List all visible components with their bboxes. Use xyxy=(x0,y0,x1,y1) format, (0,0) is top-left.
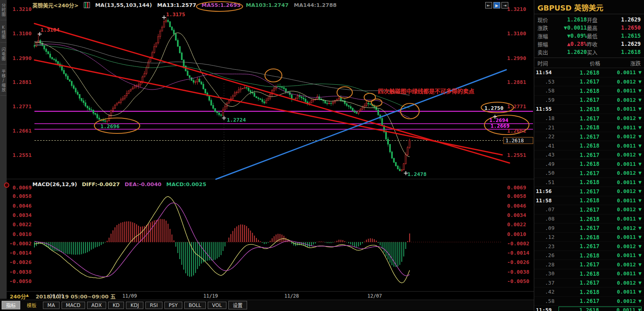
period-label[interactable]: 240分 xyxy=(10,292,26,300)
scroll-to-start-icon[interactable]: ⇤ xyxy=(485,2,492,9)
tape-row[interactable]: 11:591.26180.0011▼ xyxy=(534,306,644,311)
tape-row[interactable]: .371.26170.0012▼ xyxy=(534,279,644,288)
period-up-icon[interactable]: ▲ xyxy=(26,293,29,297)
toolbar-button-PSY[interactable]: PSY xyxy=(164,302,182,309)
tape-row[interactable]: .501.26170.0012▼ xyxy=(534,169,644,178)
tape-row[interactable]: .301.26180.0011▼ xyxy=(534,269,644,279)
stat-value: ▲0.28% xyxy=(555,41,587,47)
tape-row[interactable]: 11:561.26170.0012▼ xyxy=(534,187,644,196)
candle-chart-icon[interactable] xyxy=(84,2,90,8)
chart-canvas[interactable]: 1.31041.31751.27241.26961.24781.27501.26… xyxy=(0,0,534,299)
tape-values: 1.26170.0012▼ xyxy=(559,152,642,158)
tape-row[interactable]: .581.26170.0012▼ xyxy=(534,297,644,306)
tape-time: .22 xyxy=(536,133,559,139)
tape-row[interactable]: .081.26180.0011▼ xyxy=(534,214,644,224)
tape-price: 1.2617 xyxy=(559,97,606,103)
toolbar-button-RSI[interactable]: RSI xyxy=(145,302,162,309)
tape-row[interactable]: .431.26170.0012▼ xyxy=(534,150,644,160)
toolbar-button-MA[interactable]: MA xyxy=(43,302,60,309)
tape-time: .41 xyxy=(536,143,559,149)
tape-row[interactable]: .181.26170.0012▼ xyxy=(534,114,644,123)
tape-change: 0.0011 xyxy=(606,143,636,149)
ma-settings-label[interactable]: MA(13,55,103,144) xyxy=(95,2,152,8)
tape-row[interactable]: .121.26180.0011▼ xyxy=(534,233,644,242)
tape-row[interactable]: .581.26180.0011▼ xyxy=(534,86,644,96)
stat-value: 1.2650 xyxy=(606,24,641,31)
tape-row[interactable]: .091.26170.0012▼ xyxy=(534,223,644,233)
stat-label: 开盘 xyxy=(587,16,606,24)
tape-values: 1.26180.0011▼ xyxy=(559,142,642,149)
stat-label: 最高 xyxy=(587,24,606,32)
tape-row[interactable]: .231.26170.0012▼ xyxy=(534,242,644,251)
tape-header-change: 涨跌 xyxy=(606,59,641,67)
toolbar-button-ADX[interactable]: ADX xyxy=(87,302,107,309)
tape-row[interactable]: .591.26170.0012▼ xyxy=(534,96,644,105)
panel-collapse-icon[interactable] xyxy=(4,182,9,188)
tape-price: 1.2618 xyxy=(559,270,606,277)
tape-time: .37 xyxy=(536,280,559,286)
tape-price: 1.2618 xyxy=(559,161,606,167)
tape-row[interactable]: .491.26180.0011▼ xyxy=(534,159,644,169)
tape-row[interactable]: .281.26170.0012▼ xyxy=(534,260,644,269)
axis-label: -0.0026 xyxy=(9,259,32,265)
toolbar-button-MACD[interactable]: MACD xyxy=(62,302,85,309)
sidebar-tab-K线图[interactable]: K线图 xyxy=(0,25,6,43)
tape-change: 0.0012 xyxy=(606,298,636,304)
tape-change: 0.0012 xyxy=(606,133,636,139)
toolbar-button-设置[interactable]: 设置 xyxy=(228,301,247,309)
tape-time: 11:56 xyxy=(536,188,559,194)
tape-price: 1.2618 xyxy=(559,216,606,222)
tape-price: 1.2617 xyxy=(559,170,606,176)
toolbar-button-VOL[interactable]: VOL xyxy=(208,302,226,309)
tape-row[interactable]: .421.26180.0011▼ xyxy=(534,287,644,297)
toolbar-button-KD[interactable]: KD xyxy=(108,302,124,309)
play-icon[interactable]: ▶ xyxy=(493,2,500,9)
stat-label: 振幅 xyxy=(537,40,555,48)
tape-row[interactable]: 11:581.26180.0011▼ xyxy=(534,196,644,206)
tape-values: 1.26180.0011▼ xyxy=(559,69,642,76)
macd-dea-value: DEA:-0.0040 xyxy=(125,181,162,187)
sidebar-tab-分时图[interactable]: 分时图 xyxy=(0,3,6,20)
axis-label: -0.0014 xyxy=(9,250,32,256)
tape-values: 1.26170.0012▼ xyxy=(559,298,642,304)
tape-time: .58 xyxy=(536,298,559,304)
toolbar-button-BOLL[interactable]: BOLL xyxy=(184,302,206,309)
tape-time: .30 xyxy=(536,270,559,277)
tape-time: .23 xyxy=(536,243,559,249)
axis-label: 0.0034 xyxy=(507,212,526,218)
tape-time: .18 xyxy=(536,115,559,121)
sidebar-tab-平移/缩放[interactable]: 平移/缩放 xyxy=(0,69,6,96)
tape-change: 0.0011 xyxy=(606,252,636,258)
sidebar-tab-闪电图[interactable]: 闪电图 xyxy=(0,47,6,64)
tape-row[interactable]: .531.26170.0012▼ xyxy=(534,77,644,87)
tape-values: 1.26170.0012▼ xyxy=(559,261,642,268)
axis-label: 1.3100 xyxy=(507,30,526,36)
stat-label: 卖出 xyxy=(537,48,555,56)
tape-change: 0.0012 xyxy=(606,206,636,212)
toolbar-button-KDJ[interactable]: KDJ xyxy=(126,302,143,309)
down-arrow-icon: ▼ xyxy=(635,308,641,311)
tape-row[interactable]: .261.26180.0011▼ xyxy=(534,251,644,260)
ma144-value: MA144:1.2788 xyxy=(294,2,337,8)
tape-price: 1.2618 xyxy=(559,289,606,295)
scroll-to-end-icon[interactable]: ⇥ xyxy=(501,2,508,9)
tape-change: 0.0011 xyxy=(606,307,635,311)
toolbar-button-指标[interactable]: 指标 xyxy=(2,301,20,309)
tape-row[interactable]: .211.26180.0011▼ xyxy=(534,123,644,132)
tape-row[interactable]: 11:541.26180.0011▼ xyxy=(534,68,644,77)
macd-settings-label[interactable]: MACD(26,12,9) xyxy=(32,181,77,187)
tape-row[interactable]: .221.26170.0012▼ xyxy=(534,132,644,142)
tape-row[interactable]: 11:551.26180.0011▼ xyxy=(534,105,644,114)
tape-price: 1.2618 xyxy=(559,252,606,259)
tape-row[interactable]: .071.26170.0012▼ xyxy=(534,205,644,214)
tape-time: .43 xyxy=(536,152,559,158)
tape-row[interactable]: .411.26180.0011▼ xyxy=(534,141,644,150)
stat-value: 1.2629 xyxy=(606,16,641,23)
tape-row[interactable]: .511.26180.0011▼ xyxy=(534,178,644,187)
tape-change: 0.0011 xyxy=(606,234,636,240)
toolbar-button-模板[interactable]: 模板 xyxy=(22,301,41,309)
tape-price: 1.2617 xyxy=(559,279,606,286)
tape-price: 1.2617 xyxy=(559,243,606,249)
down-arrow-icon: ▼ xyxy=(636,116,642,120)
tape-values: 1.26180.0011▼ xyxy=(559,252,642,259)
